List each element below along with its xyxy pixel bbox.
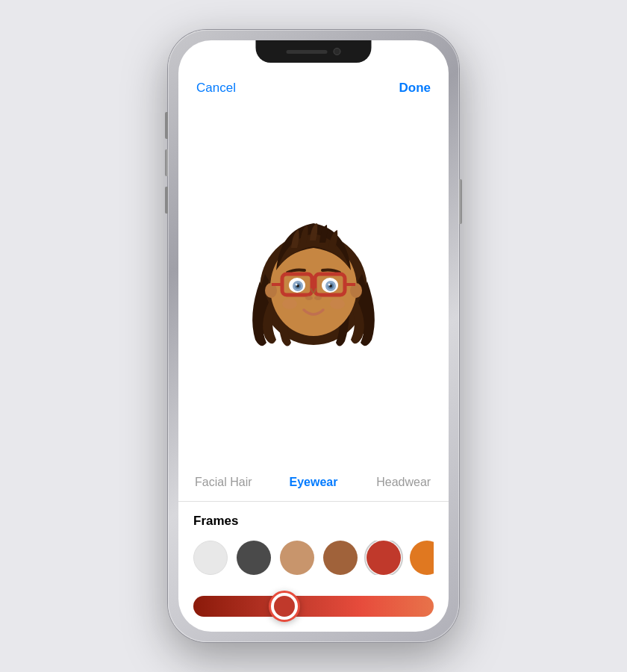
front-camera bbox=[334, 48, 341, 55]
color-swatches bbox=[193, 541, 434, 575]
swatch-tan[interactable] bbox=[280, 541, 314, 575]
svg-point-18 bbox=[328, 283, 331, 285]
svg-point-13 bbox=[296, 283, 298, 285]
svg-point-21 bbox=[282, 299, 297, 309]
color-slider-thumb[interactable] bbox=[269, 591, 300, 622]
phone-screen: Cancel Done bbox=[178, 40, 449, 632]
swatch-white[interactable] bbox=[193, 541, 228, 575]
tab-bar: Facial Hair Eyewear Headwear bbox=[178, 467, 449, 502]
screen-content: Cancel Done bbox=[178, 40, 449, 632]
phone-notch bbox=[256, 40, 372, 63]
tab-facial-hair[interactable]: Facial Hair bbox=[178, 473, 269, 492]
swatch-brown[interactable] bbox=[323, 541, 358, 575]
svg-point-20 bbox=[314, 296, 322, 300]
cancel-button[interactable]: Cancel bbox=[196, 81, 236, 96]
tab-headwear[interactable]: Headwear bbox=[358, 473, 449, 492]
frames-label: Frames bbox=[193, 514, 434, 529]
swatch-dark-gray[interactable] bbox=[237, 541, 271, 575]
svg-point-22 bbox=[330, 299, 345, 309]
frames-section: Frames bbox=[178, 502, 449, 584]
svg-point-19 bbox=[305, 296, 313, 300]
avatar-area bbox=[178, 103, 449, 467]
swatch-orange[interactable] bbox=[410, 541, 434, 575]
top-bar: Cancel Done bbox=[178, 70, 449, 103]
memoji-avatar bbox=[239, 207, 388, 356]
swatch-red[interactable] bbox=[366, 541, 401, 575]
tab-eyewear[interactable]: Eyewear bbox=[269, 473, 359, 492]
done-button[interactable]: Done bbox=[399, 81, 431, 96]
slider-container bbox=[178, 584, 449, 632]
speaker-grille bbox=[287, 50, 328, 54]
color-slider-track[interactable] bbox=[193, 596, 434, 617]
slider-thumb-inner bbox=[274, 596, 295, 617]
phone-frame: Cancel Done bbox=[168, 30, 459, 642]
